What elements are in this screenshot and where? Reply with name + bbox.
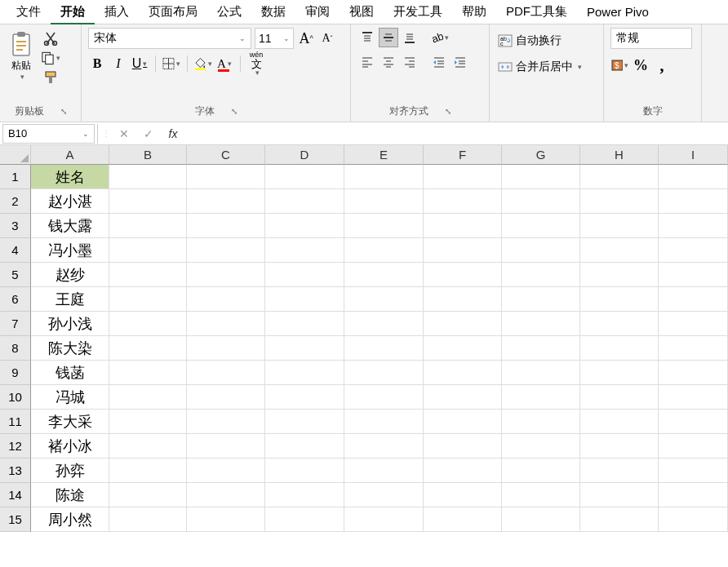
cell[interactable]: 赵小湛 — [31, 189, 109, 214]
cell[interactable] — [344, 214, 424, 238]
cell[interactable] — [109, 458, 187, 483]
cell[interactable] — [580, 458, 659, 483]
cell[interactable] — [580, 385, 659, 410]
cell[interactable] — [659, 385, 728, 410]
cell[interactable]: 钱大露 — [31, 214, 109, 238]
functions-dropdown[interactable]: ⋮ — [101, 124, 111, 144]
name-box[interactable]: B10 ⌄ — [2, 124, 95, 144]
cell[interactable]: 孙小浅 — [31, 312, 109, 336]
cell[interactable] — [109, 410, 187, 434]
cell[interactable] — [659, 458, 728, 483]
cell[interactable] — [344, 410, 424, 434]
cell[interactable] — [187, 507, 265, 532]
cell[interactable] — [424, 507, 502, 532]
cell[interactable] — [502, 434, 580, 458]
column-header[interactable]: B — [109, 145, 187, 165]
percent-button[interactable]: % — [632, 55, 650, 75]
cell[interactable]: 李大采 — [31, 410, 109, 434]
cell[interactable] — [424, 434, 502, 458]
cut-button[interactable] — [41, 29, 60, 47]
cell[interactable]: 王庭 — [31, 287, 109, 312]
cell[interactable] — [502, 165, 580, 189]
cell[interactable]: 姓名 — [31, 165, 109, 189]
menu-tab[interactable]: 公式 — [207, 0, 251, 24]
cell[interactable] — [424, 263, 502, 287]
cell[interactable] — [502, 385, 580, 410]
cell[interactable] — [187, 458, 265, 483]
align-center-button[interactable] — [379, 52, 398, 72]
cell[interactable] — [502, 287, 580, 312]
accounting-format-button[interactable]: $▾ — [610, 55, 628, 75]
orientation-button[interactable]: ab▾ — [429, 28, 449, 47]
row-header[interactable]: 1 — [0, 165, 31, 189]
row-header[interactable]: 9 — [0, 361, 31, 385]
cell[interactable] — [109, 214, 187, 238]
dialog-launcher-icon[interactable]: ⤡ — [60, 107, 67, 116]
align-bottom-button[interactable] — [400, 28, 419, 47]
insert-function-button[interactable]: fx — [162, 124, 184, 144]
align-right-button[interactable] — [400, 52, 419, 72]
cell[interactable]: 赵纱 — [31, 263, 109, 287]
align-top-button[interactable] — [357, 28, 377, 47]
cell[interactable]: 周小然 — [31, 507, 109, 532]
cell[interactable] — [659, 507, 728, 532]
row-header[interactable]: 13 — [0, 458, 31, 483]
cell[interactable] — [659, 165, 728, 189]
cell[interactable]: 陈途 — [31, 483, 109, 507]
cell[interactable] — [424, 361, 502, 385]
cell[interactable] — [424, 238, 502, 263]
fill-color-button[interactable]: ▾ — [194, 54, 212, 73]
cell[interactable] — [659, 336, 728, 361]
cell[interactable] — [187, 434, 265, 458]
cell[interactable] — [265, 483, 344, 507]
number-format-select[interactable]: 常规 — [610, 28, 692, 49]
cell[interactable] — [502, 361, 580, 385]
phonetic-button[interactable]: wén 文 ▾ — [247, 54, 265, 73]
column-header[interactable]: C — [187, 145, 265, 165]
row-header[interactable]: 10 — [0, 385, 31, 410]
cell[interactable] — [109, 263, 187, 287]
paste-button[interactable]: 粘贴 ▾ — [7, 28, 36, 88]
cell[interactable] — [344, 385, 424, 410]
cell[interactable] — [109, 361, 187, 385]
cell[interactable] — [659, 238, 728, 263]
cell[interactable] — [580, 189, 659, 214]
cell[interactable] — [344, 507, 424, 532]
cell[interactable] — [187, 263, 265, 287]
cell[interactable] — [580, 483, 659, 507]
cell[interactable] — [187, 361, 265, 385]
dialog-launcher-icon[interactable]: ⤡ — [231, 107, 237, 116]
cell[interactable] — [424, 336, 502, 361]
cell[interactable]: 冯小墨 — [31, 238, 109, 263]
row-header[interactable]: 4 — [0, 238, 31, 263]
cell[interactable] — [344, 312, 424, 336]
cell[interactable] — [187, 410, 265, 434]
column-header[interactable]: A — [31, 145, 109, 165]
format-painter-button[interactable] — [41, 69, 60, 86]
cell[interactable] — [187, 214, 265, 238]
menu-tab[interactable]: PDF工具集 — [496, 0, 577, 24]
cell[interactable] — [424, 483, 502, 507]
row-header[interactable]: 11 — [0, 410, 31, 434]
cell[interactable] — [659, 287, 728, 312]
dialog-launcher-icon[interactable]: ⤡ — [445, 107, 451, 116]
cell[interactable] — [580, 336, 659, 361]
cell[interactable] — [502, 189, 580, 214]
cell[interactable] — [580, 507, 659, 532]
decrease-indent-button[interactable] — [429, 52, 449, 72]
formula-input[interactable] — [188, 124, 728, 144]
cell[interactable] — [265, 507, 344, 532]
cell[interactable] — [344, 165, 424, 189]
cell[interactable] — [424, 410, 502, 434]
cell[interactable] — [265, 385, 344, 410]
menu-tab[interactable]: 帮助 — [452, 0, 496, 24]
cell[interactable] — [424, 312, 502, 336]
menu-tab[interactable]: 视图 — [340, 0, 384, 24]
cell[interactable]: 陈大染 — [31, 336, 109, 361]
cell[interactable] — [502, 214, 580, 238]
increase-font-button[interactable]: A^ — [297, 29, 315, 48]
font-name-select[interactable]: 宋体 ⌄ — [88, 28, 251, 49]
select-all-corner[interactable] — [0, 145, 31, 165]
menu-tab[interactable]: 插入 — [95, 0, 139, 24]
align-middle-button[interactable] — [379, 28, 398, 47]
